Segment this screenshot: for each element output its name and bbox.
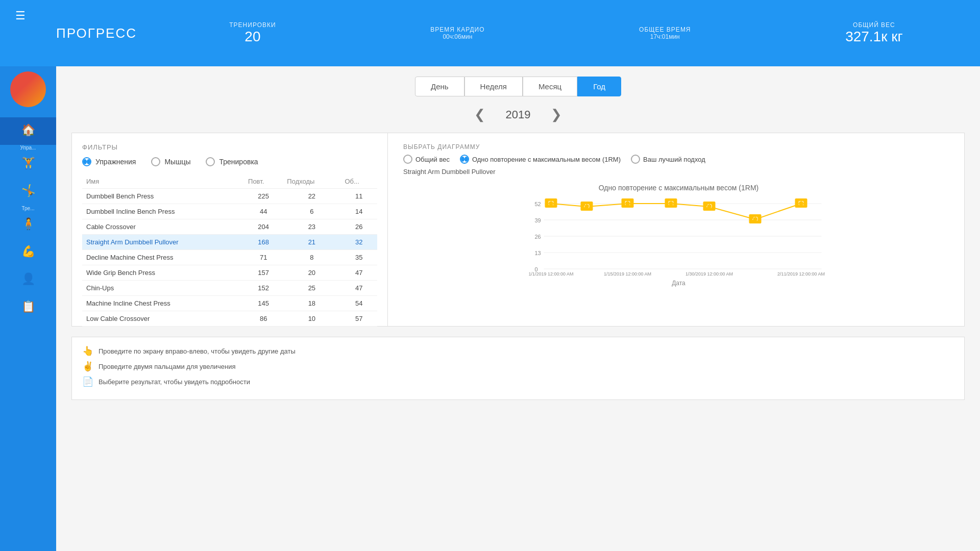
stat-sub: 17ч:01мин [650, 33, 680, 40]
right-panel: ВЫБРАТЬ ДИАГРАММУ Общий вес Одно повторе… [388, 133, 965, 327]
cell-sets: 10 [283, 311, 340, 327]
table-row[interactable]: Dumbbell Bench Press 225 22 11 [82, 189, 377, 204]
stat-block: ОБЩИЙ ВЕС 327.1к кг [845, 21, 903, 45]
stat-label: ОБЩЕЕ ВРЕМЯ [639, 26, 691, 33]
person-icon: 👤 [21, 272, 35, 286]
x-axis-label: Дата [403, 280, 954, 287]
filter-training-label: Тренировка [219, 158, 258, 166]
pinch-icon: ✌ [82, 361, 93, 372]
svg-text:2/11/2019 12:00:00 AM: 2/11/2019 12:00:00 AM [777, 271, 825, 277]
table-row[interactable]: Low Cable Crossover 86 10 57 [82, 311, 377, 327]
sidebar-label-training: Тре... [21, 206, 34, 211]
filter-training[interactable]: Тренировка [206, 157, 258, 166]
radio-muscles [151, 157, 160, 166]
filter-muscles-label: Мышцы [164, 158, 190, 166]
stat-value: 327.1к кг [845, 29, 903, 45]
sidebar-item-5[interactable]: 👤 [0, 266, 56, 294]
sidebar-item-1[interactable]: 🏋 [0, 151, 56, 178]
hint-3-text: Выберите результат, чтобы увидеть подроб… [99, 378, 250, 386]
cell-total: 35 [340, 250, 377, 265]
filters-row: Упражнения Мышцы Тренировка [82, 157, 377, 166]
cell-total: 26 [340, 219, 377, 235]
radio-exercises [82, 157, 91, 166]
chart-radio-total[interactable]: Общий вес [403, 155, 450, 164]
hint-2-text: Проведите двумя пальцами для увеличения [99, 363, 235, 370]
cell-name: Wide Grip Bench Press [82, 265, 244, 281]
table-row[interactable]: Dumbbell Incline Bench Press 44 6 14 [82, 204, 377, 219]
svg-text:26: 26 [535, 234, 541, 240]
cell-sets: 22 [283, 189, 340, 204]
hint-1: 👆 Проведите по экрану вправо-влево, чтоб… [82, 345, 954, 357]
hints-section: 👆 Проведите по экрану вправо-влево, чтоб… [71, 337, 965, 400]
cell-total: 54 [340, 296, 377, 311]
svg-point-12 [549, 202, 553, 206]
cell-reps: 152 [244, 281, 283, 296]
table-row[interactable]: Straight Arm Dumbbell Pullover 168 21 32 [82, 235, 377, 250]
period-btn-week[interactable]: Неделя [464, 77, 523, 96]
cell-sets: 6 [283, 204, 340, 219]
chart-radio-total-label: Общий вес [415, 156, 450, 163]
period-btn-day[interactable]: День [415, 77, 464, 96]
cell-name: Low Cable Crossover [82, 311, 244, 327]
table-row[interactable]: Chin-Ups 152 25 47 [82, 281, 377, 296]
chart-radio-1rm[interactable]: Одно повторение с максимальным весом (1R… [460, 155, 621, 164]
chart-radio-best[interactable]: Ваш лучший подход [631, 155, 705, 164]
chart-svg: 0 13 26 39 52 5 [403, 195, 954, 277]
cell-reps: 225 [244, 189, 283, 204]
cell-sets: 20 [283, 265, 340, 281]
table-row[interactable]: Cable Crossover 204 23 26 [82, 219, 377, 235]
stat-block: ТРЕНИРОВКИ 20 [229, 21, 276, 45]
next-year-button[interactable]: ❯ [530, 107, 582, 122]
filter-exercises[interactable]: Упражнения [82, 157, 136, 166]
cell-reps: 168 [244, 235, 283, 250]
filter-muscles[interactable]: Мышцы [151, 157, 190, 166]
table-row[interactable]: Wide Grip Bench Press 157 20 47 [82, 265, 377, 281]
cell-name: Dumbbell Incline Bench Press [82, 204, 244, 219]
table-row[interactable]: Machine Incline Chest Press 145 18 54 [82, 296, 377, 311]
document-icon: 📋 [21, 300, 35, 313]
svg-text:1/30/2019 12:00:00 AM: 1/30/2019 12:00:00 AM [685, 271, 733, 277]
sidebar-item-4[interactable]: 💪 [0, 239, 56, 266]
stretch-icon: 🤸 [21, 184, 35, 197]
sidebar-item-2[interactable]: 🤸 [0, 178, 56, 206]
page-title: ПРОГРЕСС [56, 26, 137, 41]
col-name: Имя [82, 174, 244, 189]
select-icon: 📄 [82, 376, 93, 387]
stat-label: ВРЕМЯ КАРДИО [430, 26, 484, 33]
hint-3: 📄 Выберите результат, чтобы увидеть подр… [82, 376, 954, 387]
stat-label: ОБЩИЙ ВЕС [853, 21, 895, 29]
svg-point-15 [585, 205, 589, 209]
prev-year-button[interactable]: ❮ [454, 107, 506, 122]
home-icon: 🏠 [21, 123, 35, 137]
period-btn-year[interactable]: Год [577, 77, 621, 96]
svg-text:39: 39 [535, 217, 541, 223]
hint-2: ✌ Проведите двумя пальцами для увеличени… [82, 361, 954, 372]
sidebar-item-6[interactable]: 📋 [0, 294, 56, 321]
swipe-right-icon: 👆 [82, 345, 93, 357]
cell-name: Dumbbell Bench Press [82, 189, 244, 204]
year-nav: ❮ 2019 ❯ [71, 107, 965, 122]
cell-total: 47 [340, 281, 377, 296]
table-row[interactable]: Decline Machine Chest Press 71 8 35 [82, 250, 377, 265]
content-columns: ФИЛЬТРЫ Упражнения Мышцы Тренировка [71, 133, 965, 327]
chart-radio-1rm-label: Одно повторение с максимальным весом (1R… [472, 156, 621, 163]
cell-name: Cable Crossover [82, 219, 244, 235]
menu-button[interactable]: ☰ [0, 0, 41, 66]
cell-name: Straight Arm Dumbbell Pullover [82, 235, 244, 250]
svg-point-18 [626, 202, 630, 206]
year-label: 2019 [506, 108, 531, 121]
chart-radio-row: Общий вес Одно повторение с максимальным… [403, 155, 954, 164]
radio-training [206, 157, 215, 166]
barbell-icon: 🏋 [21, 157, 35, 170]
stat-sub: 00ч:06мин [443, 33, 472, 40]
stat-block: ВРЕМЯ КАРДИО 00ч:06мин [430, 26, 484, 40]
period-btn-month[interactable]: Месяц [523, 77, 577, 96]
sidebar-item-3[interactable]: 🧍 [0, 211, 56, 239]
svg-point-24 [707, 205, 712, 209]
sidebar-item-home[interactable]: 🏠 [0, 117, 56, 145]
radio-best [631, 155, 640, 164]
header-title-section: ПРОГРЕСС [41, 0, 152, 66]
muscle-icon: 💪 [21, 245, 35, 258]
cell-name: Chin-Ups [82, 281, 244, 296]
hamburger-icon: ☰ [15, 9, 26, 22]
